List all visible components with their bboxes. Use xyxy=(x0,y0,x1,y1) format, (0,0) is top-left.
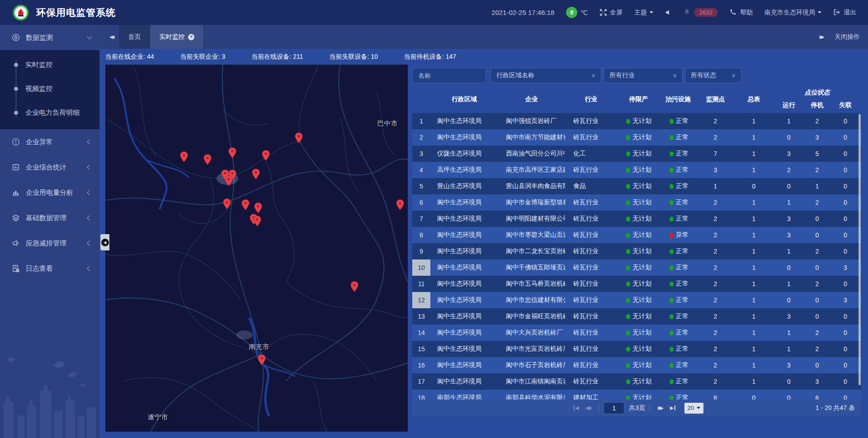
last-page-button[interactable]: ▶ xyxy=(670,405,675,411)
table-row[interactable]: 3仪陇生态环境局西南油气田分公司川中化工无计划正常71350 xyxy=(412,146,861,162)
col-disconnected[interactable]: 失联 xyxy=(830,101,861,109)
cell-industry: 砖瓦行业 xyxy=(565,162,617,178)
col-treatment-facility[interactable]: 治污设施 xyxy=(660,86,696,113)
map-pin[interactable] xyxy=(252,169,260,179)
sidebar-item-enterprise-stats[interactable]: 企业综合统计 xyxy=(0,155,99,180)
tabs-scroll-left-icon[interactable]: ◀◀ xyxy=(99,25,119,49)
fullscreen-button[interactable]: 全屏 xyxy=(599,9,623,17)
cell-total-meter: 1 xyxy=(735,292,773,308)
map-pin[interactable] xyxy=(223,198,231,209)
col-stopped[interactable]: 停机 xyxy=(805,101,830,109)
tabs-scroll-right-icon[interactable]: ▶▶ xyxy=(820,34,823,39)
cell-treatment-facility: 正常 xyxy=(660,146,696,162)
tab-实时监控[interactable]: 实时监控✕ xyxy=(150,25,204,49)
table-row[interactable]: 1阆中生态环境局阆中强锐页岩砖厂砖瓦行业无计划正常21120 xyxy=(412,113,861,129)
first-page-button[interactable]: ◀ xyxy=(573,405,579,411)
cell-running: 1 xyxy=(773,113,805,129)
table-row[interactable]: 10阆中生态环境局阆中千佛镇五郎垭页岩砖瓦行业无计划正常21003 xyxy=(412,259,861,276)
table-row[interactable]: 16阆中生态环境局阆中市石子页岩机砖厂砖瓦行业无计划正常21300 xyxy=(412,357,861,373)
map-pin[interactable] xyxy=(258,354,266,365)
map[interactable]: 巴中市南充市遂宁市 xyxy=(105,65,408,432)
log-icon xyxy=(12,264,20,273)
mute-icon[interactable] xyxy=(665,9,672,16)
map-pin[interactable] xyxy=(254,203,262,213)
help-button[interactable]: 帮助 xyxy=(730,9,753,17)
table-scrollbar[interactable] xyxy=(859,114,861,385)
map-pin[interactable] xyxy=(262,150,270,161)
sidebar-item-logs[interactable]: 日志查看 xyxy=(0,256,99,281)
next-page-button[interactable]: ▶▶ xyxy=(658,405,664,411)
status-select[interactable]: 所有状态∨ xyxy=(685,68,741,83)
cell-industry: 砖瓦行业 xyxy=(565,357,617,373)
col-stop-production[interactable]: 停限产 xyxy=(617,86,660,113)
sidebar-item-base-data[interactable]: 基础数据管理 xyxy=(0,205,99,231)
table-row[interactable]: 4高坪生态环境局南充市高坪区王家店建砖瓦行业无计划正常31220 xyxy=(412,162,861,178)
org-dropdown[interactable]: 南充市生态环境局 xyxy=(764,9,821,17)
temperature-unit: ℃ xyxy=(580,9,588,16)
region-select[interactable]: 行政区域名称∨ xyxy=(491,68,601,83)
table-row[interactable]: 5营山生态环境局营山县润丰肉食品有限食品无计划正常10010 xyxy=(412,178,861,194)
bell-icon xyxy=(684,9,691,16)
table-row[interactable]: 8阆中生态环境局阆中市枣碧大梁山页岩砖瓦行业无计划异常21300 xyxy=(412,227,861,243)
table-row[interactable]: 2阆中生态环境局阆中市南方节能建材有砖瓦行业无计划正常21030 xyxy=(412,129,861,146)
sidebar-collapse-handle[interactable]: ◀ xyxy=(100,234,109,250)
page-number-input[interactable] xyxy=(604,402,624,414)
status-dot xyxy=(670,314,674,319)
map-pin[interactable] xyxy=(203,154,212,165)
map-pin[interactable] xyxy=(396,199,404,210)
table-row[interactable]: 14阆中生态环境局阆中大兴页岩机砖厂砖瓦行业无计划正常21120 xyxy=(412,325,861,341)
cell-industry: 化工 xyxy=(565,146,617,162)
sidebar-subitem-企业电力负荷明细[interactable]: 企业电力负荷明细 xyxy=(0,101,99,125)
prev-page-button[interactable]: ◀◀ xyxy=(585,405,591,411)
tab-close-icon[interactable]: ✕ xyxy=(188,34,194,40)
cell-stopped: 6 xyxy=(805,390,830,400)
cell-stop-production: 无计划 xyxy=(617,129,660,146)
table-row[interactable]: 12阆中生态环境局阆中市忠信建材有限公砖瓦行业无计划正常21003 xyxy=(412,292,861,308)
cell-monitor-points: 2 xyxy=(696,292,735,308)
row-index: 11 xyxy=(412,276,430,292)
map-pin[interactable] xyxy=(180,151,188,162)
map-pin[interactable] xyxy=(225,175,233,186)
tab-首页[interactable]: 首页 xyxy=(119,25,150,49)
logout-button[interactable]: 退出 xyxy=(833,9,856,17)
map-pin[interactable] xyxy=(253,216,261,226)
table-row[interactable]: 7阆中生态环境局阆中明阳建材有限公司砖瓦行业无计划正常21300 xyxy=(412,211,861,227)
name-search-input[interactable] xyxy=(412,68,486,83)
col-industry[interactable]: 行业 xyxy=(565,86,617,113)
close-operations-button[interactable]: 关闭操作 xyxy=(835,33,860,41)
table-row[interactable]: 11阆中生态环境局阆中市五马桥页岩机砖砖瓦行业无计划正常21120 xyxy=(412,276,861,292)
col-company[interactable]: 企业 xyxy=(498,86,565,113)
sidebar-subitem-实时监控[interactable]: 实时监控 xyxy=(0,53,99,77)
map-pin[interactable] xyxy=(228,147,236,158)
status-dot xyxy=(626,396,630,400)
sidebar-item-power-analysis[interactable]: 企业用电量分析 xyxy=(0,180,99,205)
map-pin[interactable] xyxy=(241,199,250,210)
col-running[interactable]: 运行 xyxy=(773,101,805,109)
page-size-select[interactable]: 20 xyxy=(684,403,703,414)
map-pin[interactable] xyxy=(295,132,303,143)
col-total-meter[interactable]: 总表 xyxy=(735,86,773,113)
sidebar-item-enterprise-abnormal[interactable]: 企业异常 xyxy=(0,129,99,155)
sidebar-item-emergency[interactable]: 应急减排管理 xyxy=(0,231,99,256)
cell-treatment-facility: 正常 xyxy=(660,357,696,373)
table-row[interactable]: 17阆中生态环境局阆中市江南镇阆南页岩砖瓦行业无计划正常21030 xyxy=(412,373,861,390)
table-row[interactable]: 6阆中生态环境局阆中市金博瑞新型墙材砖瓦行业无计划正常21120 xyxy=(412,194,861,211)
col-region[interactable]: 行政区域 xyxy=(430,86,498,113)
cell-total-meter: 1 xyxy=(735,162,773,178)
notifications[interactable]: 2632 xyxy=(684,8,718,17)
table-row[interactable]: 9阆中生态环境局阆中市二龙长宝页岩砖砖瓦行业无计划正常21120 xyxy=(412,243,861,259)
cell-treatment-facility: 正常 xyxy=(660,373,696,390)
industry-select[interactable]: 所有行业∨ xyxy=(604,68,683,83)
cell-treatment-facility: 正常 xyxy=(660,308,696,325)
cell-region: 阆中生态环境局 xyxy=(430,227,498,243)
table-row[interactable]: 15阆中生态环境局阆中市光富页岩机砖厂砖瓦行业无计划正常21120 xyxy=(412,341,861,357)
theme-dropdown[interactable]: 主题 xyxy=(634,9,653,17)
cell-region: 阆中生态环境局 xyxy=(430,373,498,390)
sidebar-subitem-视频监控[interactable]: 视频监控 xyxy=(0,77,99,101)
chevron-left-icon xyxy=(87,240,92,245)
map-pin[interactable] xyxy=(350,281,359,292)
col-monitor-points[interactable]: 监测点 xyxy=(696,86,735,113)
sidebar-item-data-monitor[interactable]: 数据监测 xyxy=(0,25,99,50)
table-row[interactable]: 13阆中生态环境局阆中市金福旺页岩机砖砖瓦行业无计划正常21300 xyxy=(412,308,861,325)
table-row[interactable]: 18南部生态环境局南部县科华水泥有限公建材加工无计划正常60060 xyxy=(412,390,861,400)
